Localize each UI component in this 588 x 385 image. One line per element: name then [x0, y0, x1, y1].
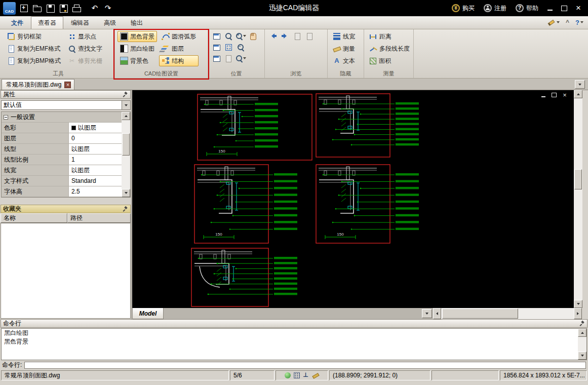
- property-grid-scrollbar[interactable]: [122, 112, 130, 197]
- scroll-down-button[interactable]: [578, 352, 586, 360]
- pan-button[interactable]: [247, 31, 258, 41]
- print-button[interactable]: [71, 3, 82, 13]
- find-text-button[interactable]: 查找文字: [65, 43, 105, 54]
- buy-button[interactable]: 购买: [448, 2, 479, 14]
- structure-button[interactable]: 结构: [159, 55, 199, 66]
- combo-dropdown-button[interactable]: [122, 101, 130, 109]
- previous-view-button[interactable]: [223, 53, 234, 63]
- property-value[interactable]: 以图层: [69, 144, 122, 154]
- favorites-list[interactable]: [1, 223, 131, 319]
- smooth-arc-button[interactable]: 圆滑弧形: [159, 31, 199, 42]
- area-button[interactable]: 面积: [367, 55, 411, 66]
- scroll-right-button[interactable]: [574, 308, 582, 319]
- black-white-drawing-button[interactable]: 黑白绘图: [117, 43, 157, 54]
- window-cascade-button[interactable]: [211, 42, 222, 52]
- drawing-canvas[interactable]: 150150150: [132, 90, 574, 308]
- doc-minimize-icon[interactable]: [540, 92, 546, 98]
- collapse-ribbon-button[interactable]: [564, 18, 571, 27]
- window-tile-button[interactable]: [211, 53, 222, 63]
- column-header-name[interactable]: 名称: [1, 213, 67, 223]
- close-icon[interactable]: [64, 82, 71, 88]
- minimize-button[interactable]: [543, 3, 557, 13]
- copy-as-emf-button[interactable]: 复制为EMF格式: [5, 43, 63, 54]
- scroll-down-button[interactable]: [574, 300, 582, 308]
- property-group-row[interactable]: 一般设置: [2, 112, 122, 123]
- property-row-lineweight[interactable]: 线宽 以图层: [2, 165, 122, 176]
- close-button[interactable]: [572, 3, 585, 13]
- command-scrollbar[interactable]: [578, 329, 586, 360]
- distance-button[interactable]: 距离: [367, 31, 411, 42]
- layers-button[interactable]: 图层: [159, 43, 199, 54]
- property-row-layer[interactable]: 图层 0: [2, 133, 122, 144]
- tab-viewer[interactable]: 查看器: [31, 16, 63, 29]
- horizontal-scrollbar[interactable]: [433, 308, 582, 319]
- show-points-button[interactable]: 显示点: [65, 31, 105, 42]
- black-background-button[interactable]: 黑色背景: [117, 31, 157, 42]
- tab-file[interactable]: 文件: [4, 16, 30, 29]
- zoom-window-button[interactable]: [223, 31, 234, 41]
- clip-frame-button[interactable]: 剪切框架: [5, 31, 63, 42]
- help-button[interactable]: 帮助: [512, 2, 542, 14]
- trim-raster-button[interactable]: 修剪光栅: [65, 55, 105, 66]
- next-sheet-button[interactable]: [304, 31, 315, 41]
- layout-dropdown-button[interactable]: [422, 309, 432, 318]
- new-file-button[interactable]: [19, 3, 29, 13]
- previous-sheet-button[interactable]: [292, 31, 303, 41]
- pin-icon[interactable]: [122, 92, 128, 98]
- vertical-scrollbar[interactable]: [574, 90, 582, 308]
- scroll-down-button[interactable]: [122, 189, 130, 197]
- scrollbar-thumb[interactable]: [574, 169, 582, 189]
- scroll-left-button[interactable]: [433, 308, 441, 319]
- pin-icon[interactable]: [579, 321, 585, 327]
- command-history[interactable]: 黑白绘图 黑色背景: [1, 328, 587, 360]
- forward-button[interactable]: [280, 31, 291, 41]
- tab-editor[interactable]: 编辑器: [64, 16, 96, 29]
- command-input[interactable]: [24, 362, 586, 369]
- view-window-button[interactable]: [211, 31, 222, 41]
- measure-toggle-button[interactable]: 测量: [330, 43, 361, 54]
- property-value[interactable]: 0: [69, 133, 122, 143]
- grid-icon[interactable]: [294, 372, 300, 378]
- tab-output[interactable]: 输出: [124, 16, 150, 29]
- save-as-button[interactable]: [58, 3, 68, 13]
- register-button[interactable]: 注册: [480, 2, 511, 14]
- scrollbar-thumb[interactable]: [442, 309, 518, 319]
- property-value[interactable]: 2.5: [69, 186, 122, 197]
- polyline-length-button[interactable]: 多段线长度: [367, 43, 411, 54]
- property-value[interactable]: 以图层: [69, 123, 122, 133]
- scroll-up-button[interactable]: [578, 329, 586, 337]
- property-row-linetype[interactable]: 线型 以图层: [2, 144, 122, 155]
- property-value[interactable]: Standard: [69, 176, 122, 186]
- zoom-extents-button[interactable]: [223, 42, 234, 52]
- document-tab[interactable]: 常规吊顶剖面图.dwg: [2, 79, 74, 90]
- redo-button[interactable]: [103, 3, 113, 13]
- snap-icon[interactable]: [285, 372, 291, 378]
- copy-as-bmp-button[interactable]: 复制为BMP格式: [5, 55, 63, 66]
- background-color-button[interactable]: 背景色: [117, 55, 157, 66]
- text-toggle-button[interactable]: 文本: [330, 55, 361, 66]
- tab-list-dropdown-button[interactable]: [575, 80, 585, 89]
- tab-advanced[interactable]: 高级: [97, 16, 123, 29]
- doc-close-icon[interactable]: [562, 92, 568, 98]
- style-pencil-button[interactable]: [546, 17, 561, 27]
- collapse-icon[interactable]: [4, 115, 8, 120]
- model-tab[interactable]: Model: [132, 308, 164, 319]
- property-row-color[interactable]: 色彩 以图层: [2, 123, 122, 133]
- ortho-icon[interactable]: [303, 372, 309, 379]
- open-file-button[interactable]: [32, 3, 42, 13]
- zoom-out-button[interactable]: −: [235, 42, 246, 52]
- property-row-font-height[interactable]: 字体高 2.5: [2, 186, 122, 197]
- property-value[interactable]: 以图层: [69, 165, 122, 175]
- zoom-in-button[interactable]: +: [235, 31, 246, 41]
- column-header-path[interactable]: 路径: [67, 213, 131, 223]
- zoom-dynamic-button[interactable]: [235, 53, 246, 63]
- pencil-icon[interactable]: [312, 372, 319, 379]
- pin-icon[interactable]: [122, 206, 128, 212]
- property-row-text-style[interactable]: 文字样式 Standard: [2, 176, 122, 186]
- undo-button[interactable]: [90, 3, 100, 13]
- preset-combobox[interactable]: 默认值: [1, 100, 131, 110]
- back-button[interactable]: [267, 31, 279, 41]
- scrollbar-thumb[interactable]: [122, 133, 130, 156]
- maximize-button[interactable]: [558, 3, 571, 13]
- scroll-up-button[interactable]: [122, 112, 130, 120]
